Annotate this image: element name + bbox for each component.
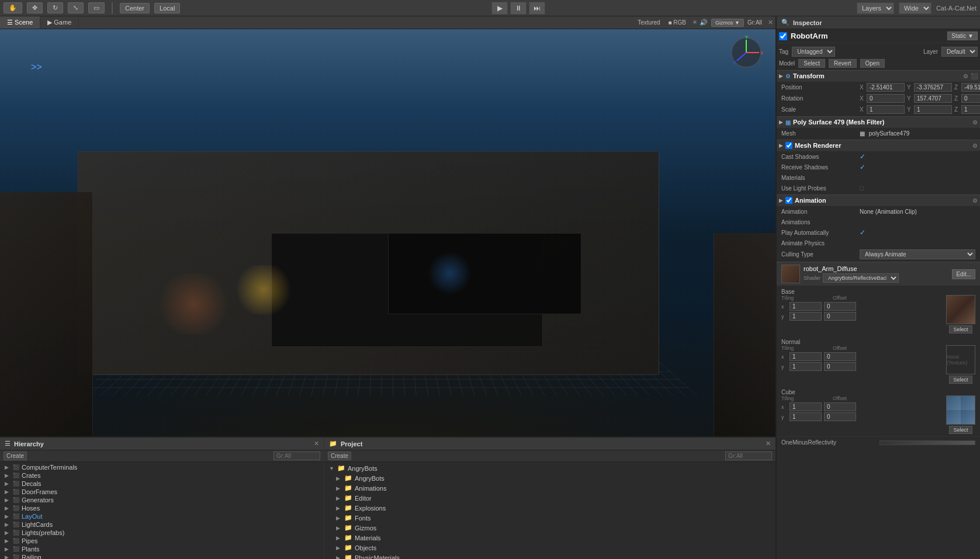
tree-item-crates[interactable]: ▶ ⬛ Crates — [0, 471, 324, 480]
base-tiling-offset: Tiling Offset x y — [781, 295, 941, 321]
folder-angrybots[interactable]: ▶ 📁 AngryBots — [324, 473, 775, 483]
select-model-btn[interactable]: Select — [798, 59, 825, 68]
play-btn[interactable]: ▶ — [491, 2, 508, 15]
render-mode[interactable]: Textured — [635, 19, 662, 26]
normal-offset-x-input[interactable] — [824, 352, 856, 361]
folder-explosions[interactable]: ▶ 📁 Explosions — [324, 503, 775, 513]
settings-icon[interactable]: ⚙ — [972, 143, 978, 149]
tag-dropdown[interactable]: Untagged — [792, 47, 835, 57]
hierarchy-create-btn[interactable]: Create — [4, 452, 27, 460]
tree-item-railing[interactable]: ▶ ⬛ Railing — [0, 553, 324, 559]
base-offset-y-input[interactable] — [824, 312, 856, 321]
tree-item-hoses[interactable]: ▶ ⬛ Hoses — [0, 504, 324, 512]
scale-y-input[interactable] — [914, 105, 952, 114]
folder-materials[interactable]: ▶ 📁 Materials — [324, 533, 775, 543]
center-mode-btn[interactable]: Center — [120, 3, 150, 13]
rot-z-input[interactable] — [961, 94, 980, 103]
revert-btn[interactable]: Revert — [829, 59, 856, 68]
normal-select-btn[interactable]: Select — [949, 376, 972, 384]
base-select-btn[interactable]: Select — [949, 325, 972, 334]
rotate-tool-btn[interactable]: ↻ — [47, 2, 63, 13]
one-minus-bar[interactable] — [879, 440, 975, 445]
tree-item-computer-terminals[interactable]: ▶ ⬛ ComputerTerminals — [0, 463, 324, 471]
project-close-icon[interactable]: ✕ — [766, 440, 771, 447]
base-tiling-x-input[interactable] — [789, 302, 822, 311]
collapse-arrows[interactable]: >> — [31, 62, 42, 72]
culling-type-dropdown[interactable]: Always Animate — [860, 249, 975, 259]
z-label: Z — [954, 106, 960, 113]
scene-tab[interactable]: ☰ Scene — [0, 16, 40, 29]
scale-tool-btn[interactable]: ⤡ — [68, 2, 84, 13]
folder-angrybots-root[interactable]: ▼ 📁 AngryBots — [324, 463, 775, 473]
open-btn[interactable]: Open — [860, 59, 885, 68]
inspector-scroll[interactable]: RobotArm Static ▼ Tag Untagged Layer Def… — [777, 29, 980, 559]
animation-enabled[interactable] — [785, 197, 792, 204]
rect-tool-btn[interactable]: ▭ — [88, 2, 105, 13]
tree-item-lights-prefabs[interactable]: ▶ ⬛ Lights(prefabs) — [0, 529, 324, 537]
rot-x-input[interactable] — [867, 94, 905, 103]
hierarchy-close-icon[interactable]: ✕ — [314, 440, 319, 447]
hand-tool-btn[interactable]: ✋ — [4, 2, 22, 13]
transform-title: Transform — [793, 72, 825, 79]
shader-dropdown[interactable]: AngryBots/ReflectiveBackgroundArbitraryG — [823, 273, 899, 283]
folder-fonts[interactable]: ▶ 📁 Fonts — [324, 513, 775, 523]
materials-row: Materials — [777, 172, 980, 183]
move-tool-btn[interactable]: ✥ — [27, 2, 43, 13]
animation-header[interactable]: ▶ Animation ⚙ — [777, 195, 980, 206]
hierarchy-search-input[interactable] — [273, 452, 320, 460]
game-tab[interactable]: ▶ Game — [40, 16, 79, 29]
folder-editor[interactable]: ▶ 📁 Editor — [324, 493, 775, 503]
folder-objects[interactable]: ▶ 📁 Objects — [324, 543, 775, 553]
normal-tiling-y-input[interactable] — [789, 362, 822, 371]
cube-tiling-x-input[interactable] — [789, 402, 822, 411]
local-mode-btn[interactable]: Local — [154, 3, 180, 13]
tree-item-generators[interactable]: ▶ ⬛ Generators — [0, 496, 324, 504]
scene-tab-label: ☰ Scene — [7, 19, 33, 26]
folder-animations[interactable]: ▶ 📁 Animations — [324, 483, 775, 493]
tree-item-doorframes[interactable]: ▶ ⬛ DoorFrames — [0, 488, 324, 496]
skip-btn[interactable]: ⏭ — [529, 2, 545, 15]
layers-dropdown[interactable]: Layers — [857, 2, 894, 14]
folder-physic-materials[interactable]: ▶ 📁 PhysicMaterials — [324, 553, 775, 559]
project-search-input[interactable] — [725, 452, 772, 460]
tree-item-lightcards[interactable]: ▶ ⬛ LightCards — [0, 520, 324, 529]
tree-item-pipes[interactable]: ▶ ⬛ Pipes — [0, 537, 324, 545]
base-tiling-y-input[interactable] — [789, 312, 822, 321]
settings-icon[interactable]: ⚙ — [972, 197, 978, 204]
cube-select-btn[interactable]: Select — [949, 426, 972, 434]
normal-offset-y-input[interactable] — [824, 362, 856, 371]
scale-z-input[interactable] — [961, 105, 980, 114]
pos-z-input[interactable] — [961, 83, 980, 92]
cube-tiling-y-input[interactable] — [789, 412, 822, 421]
material-edit-btn[interactable]: Edit... — [952, 269, 975, 279]
scale-x-input[interactable] — [867, 105, 905, 114]
viewport[interactable]: >> Y X Z — [0, 29, 775, 436]
hierarchy-header: ☰ Hierarchy ✕ — [0, 438, 324, 450]
mesh-renderer-enabled[interactable] — [785, 142, 792, 149]
tree-item-layout[interactable]: ▶ ⬛ LayOut — [0, 512, 324, 520]
rot-y-input[interactable] — [914, 94, 952, 103]
settings-icon[interactable]: ⚙ — [963, 73, 968, 79]
tree-item-plants[interactable]: ▶ ⬛ Plants — [0, 545, 324, 553]
object-enabled-checkbox[interactable] — [779, 32, 787, 40]
project-create-btn[interactable]: Create — [328, 452, 351, 460]
pos-y-input[interactable] — [914, 83, 952, 92]
close-scene-icon[interactable]: ✕ — [768, 19, 773, 26]
layer-dropdown[interactable]: Default — [941, 47, 978, 57]
settings-icon[interactable]: ⚙ — [972, 119, 978, 126]
normal-tiling-x-input[interactable] — [789, 352, 822, 361]
mesh-filter-header[interactable]: ▶ ▦ Poly Surface 479 (Mesh Filter) ⚙ — [777, 116, 980, 128]
folder-gizmos[interactable]: ▶ 📁 Gizmos — [324, 523, 775, 533]
base-offset-x-input[interactable] — [824, 302, 856, 311]
cube-offset-y-input[interactable] — [824, 412, 856, 421]
x-label: X — [860, 106, 865, 113]
pause-btn[interactable]: ⏸ — [510, 2, 527, 15]
tree-item-decals[interactable]: ▶ ⬛ Decals — [0, 480, 324, 488]
expand-icon[interactable]: ⬛ — [971, 73, 978, 79]
layout-dropdown[interactable]: Wide — [899, 2, 931, 14]
gizmos-btn[interactable]: Gizmos ▼ — [711, 19, 744, 27]
cube-offset-x-input[interactable] — [824, 402, 856, 411]
transform-component-header[interactable]: ▶ ⚙ Transform ⚙ ⬛ — [777, 70, 980, 82]
pos-x-input[interactable] — [867, 83, 905, 92]
mesh-renderer-header[interactable]: ▶ Mesh Renderer ⚙ — [777, 140, 980, 151]
